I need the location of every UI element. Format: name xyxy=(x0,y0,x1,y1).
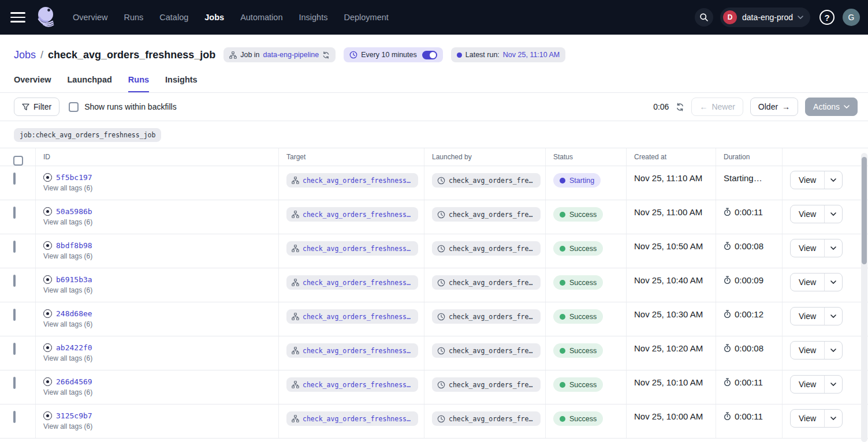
newer-button[interactable]: ← Newer xyxy=(691,98,743,116)
run-id-link[interactable]: 8bdf8b98 xyxy=(56,241,92,250)
job-hierarchy-icon xyxy=(292,381,299,388)
view-dropdown-button[interactable] xyxy=(825,410,842,427)
launched-by-chip[interactable]: check_avg_orders_freshn… xyxy=(432,275,541,290)
run-id-link[interactable]: b6915b3a xyxy=(56,275,92,284)
view-dropdown-button[interactable] xyxy=(825,274,842,291)
row-checkbox[interactable] xyxy=(13,343,16,355)
workspace-switcher[interactable]: D data-eng-prod xyxy=(720,8,810,27)
view-all-tags-link[interactable]: View all tags (6) xyxy=(43,320,278,328)
backfills-checkbox[interactable] xyxy=(69,102,79,112)
header-created-at: Created at xyxy=(627,148,716,166)
table-row: 50a5986b View all tags (6) check_avg_ord… xyxy=(0,200,868,234)
target-chip[interactable]: check_avg_orders_freshness_job xyxy=(286,207,418,222)
run-id-link[interactable]: 266d4569 xyxy=(56,377,92,386)
target-chip[interactable]: check_avg_orders_freshness_job xyxy=(286,343,418,358)
tab-runs[interactable]: Runs xyxy=(128,70,149,92)
table-row: 5f5bc197 View all tags (6) check_avg_ord… xyxy=(0,166,868,200)
row-checkbox[interactable] xyxy=(13,377,16,389)
older-button[interactable]: Older → xyxy=(750,98,798,116)
help-button[interactable]: ? xyxy=(819,10,835,25)
view-all-tags-link[interactable]: View all tags (6) xyxy=(43,354,278,362)
view-all-tags-link[interactable]: View all tags (6) xyxy=(43,422,278,430)
launched-by-chip[interactable]: check_avg_orders_freshn… xyxy=(432,411,541,426)
view-dropdown-button[interactable] xyxy=(825,239,842,257)
vertical-scrollbar[interactable] xyxy=(861,153,867,442)
launched-by-chip[interactable]: check_avg_orders_freshn… xyxy=(432,343,541,358)
target-chip[interactable]: check_avg_orders_freshness_job xyxy=(286,377,418,392)
tab-insights[interactable]: Insights xyxy=(165,70,198,92)
breadcrumb-jobs-link[interactable]: Jobs xyxy=(14,49,36,61)
view-all-tags-link[interactable]: View all tags (6) xyxy=(43,252,278,260)
nav-item-jobs[interactable]: Jobs xyxy=(204,13,224,22)
run-id-link[interactable]: 3125c9b7 xyxy=(56,411,92,420)
launched-by-chip[interactable]: check_avg_orders_freshn… xyxy=(432,207,541,222)
table-row: ab2422f0 View all tags (6) check_avg_ord… xyxy=(0,336,868,370)
row-checkbox[interactable] xyxy=(13,309,16,321)
actions-button[interactable]: Actions xyxy=(805,98,858,116)
view-dropdown-button[interactable] xyxy=(825,342,842,359)
status-pill: Success xyxy=(553,275,603,290)
run-id-link[interactable]: 248d68ee xyxy=(56,309,92,318)
latest-run-link[interactable]: Nov 25, 11:10 AM xyxy=(503,51,560,59)
launched-by-chip[interactable]: check_avg_orders_freshn… xyxy=(432,173,541,188)
schedule-toggle[interactable] xyxy=(422,51,437,59)
workspace-badge: D xyxy=(723,10,737,24)
nav-item-automation[interactable]: Automation xyxy=(240,13,282,22)
target-chip[interactable]: check_avg_orders_freshness_job xyxy=(286,241,418,256)
dagster-logo-icon[interactable] xyxy=(35,5,58,30)
view-dropdown-button[interactable] xyxy=(825,171,842,189)
filter-button[interactable]: Filter xyxy=(14,98,59,116)
nav-item-insights[interactable]: Insights xyxy=(299,13,327,22)
target-chip[interactable]: check_avg_orders_freshness_job xyxy=(286,411,418,426)
view-dropdown-button[interactable] xyxy=(825,308,842,325)
target-chip[interactable]: check_avg_orders_freshness_job xyxy=(286,275,418,290)
target-chip[interactable]: check_avg_orders_freshness_job xyxy=(286,173,418,188)
row-checkbox[interactable] xyxy=(13,173,16,185)
view-button[interactable]: View xyxy=(791,274,825,291)
clock-icon xyxy=(437,245,445,253)
nav-item-overview[interactable]: Overview xyxy=(73,13,107,22)
view-button[interactable]: View xyxy=(791,205,825,223)
run-id-link[interactable]: 50a5986b xyxy=(56,207,92,216)
view-all-tags-link[interactable]: View all tags (6) xyxy=(43,184,278,192)
view-button[interactable]: View xyxy=(791,342,825,359)
nav-item-runs[interactable]: Runs xyxy=(124,13,143,22)
view-button[interactable]: View xyxy=(791,239,825,257)
view-button[interactable]: View xyxy=(791,308,825,325)
row-checkbox[interactable] xyxy=(13,411,16,423)
view-button[interactable]: View xyxy=(791,171,825,189)
launched-by-chip[interactable]: check_avg_orders_freshn… xyxy=(432,377,541,392)
row-checkbox[interactable] xyxy=(13,241,16,253)
view-button[interactable]: View xyxy=(791,376,825,393)
schedule-label: Every 10 minutes xyxy=(361,51,417,59)
tab-launchpad[interactable]: Launchpad xyxy=(68,70,112,92)
refresh-icon[interactable] xyxy=(676,103,684,111)
row-checkbox[interactable] xyxy=(13,207,16,219)
search-button[interactable] xyxy=(695,8,713,27)
view-dropdown-button[interactable] xyxy=(825,205,842,223)
run-id-link[interactable]: 5f5bc197 xyxy=(56,173,92,182)
tab-overview[interactable]: Overview xyxy=(14,70,51,92)
job-hierarchy-icon xyxy=(229,51,237,59)
pipeline-link[interactable]: data-eng-pipeline xyxy=(263,51,319,59)
nav-item-catalog[interactable]: Catalog xyxy=(159,13,188,22)
avatar[interactable]: G xyxy=(843,9,860,26)
scrollbar-thumb[interactable] xyxy=(862,157,867,264)
row-checkbox[interactable] xyxy=(13,275,16,287)
view-all-tags-link[interactable]: View all tags (6) xyxy=(43,286,278,294)
view-button[interactable]: View xyxy=(791,410,825,427)
view-all-tags-link[interactable]: View all tags (6) xyxy=(43,218,278,226)
hamburger-menu-icon[interactable] xyxy=(10,12,25,23)
chevron-down-icon xyxy=(830,280,836,284)
created-at: Nov 25, 11:00 AM xyxy=(634,207,702,217)
launched-by-chip[interactable]: check_avg_orders_freshn… xyxy=(432,241,541,256)
reload-icon[interactable] xyxy=(322,51,330,59)
launched-by-chip[interactable]: check_avg_orders_freshn… xyxy=(432,309,541,324)
run-id-link[interactable]: ab2422f0 xyxy=(56,343,92,352)
select-all-checkbox[interactable] xyxy=(13,156,23,166)
job-filter-tag[interactable]: job:check_avg_orders_freshness_job xyxy=(14,128,161,142)
view-all-tags-link[interactable]: View all tags (6) xyxy=(43,388,278,396)
nav-item-deployment[interactable]: Deployment xyxy=(344,13,388,22)
view-dropdown-button[interactable] xyxy=(825,376,842,393)
target-chip[interactable]: check_avg_orders_freshness_job xyxy=(286,309,418,324)
